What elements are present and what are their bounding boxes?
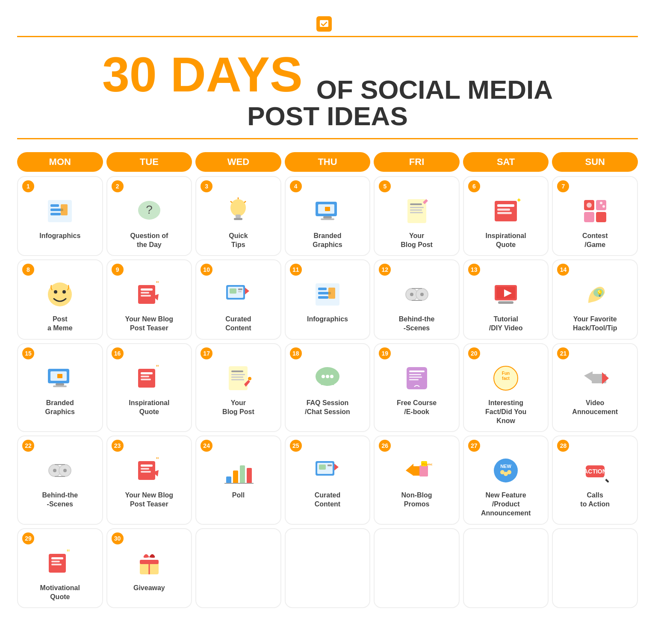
cell-label-3: QuickTips [229,232,248,250]
cell-icon-8 [44,277,75,312]
svg-rect-27 [497,212,512,214]
cell-icon-22 [44,453,75,488]
svg-rect-17 [321,218,334,220]
svg-rect-47 [238,288,242,290]
svg-rect-2 [50,204,59,207]
svg-marker-49 [245,288,249,294]
svg-rect-23 [410,212,423,213]
svg-rect-20 [410,203,422,205]
cell-icon-11 [312,277,343,312]
svg-rect-26 [497,209,510,211]
cell-icon-12 [401,277,432,312]
svg-text:?: ? [146,203,153,216]
svg-rect-35 [596,212,606,222]
svg-rect-5 [61,204,68,215]
cell-number-6: 6 [468,180,480,192]
svg-rect-134 [51,557,63,559]
cell-13: 13Tutorial/DIY Video [463,259,549,340]
cell-label-2: Question ofthe Day [130,232,168,250]
cell-10: 10CuratedContent [195,259,281,340]
svg-point-38 [62,290,66,294]
cell-icon-30 [134,546,165,580]
cell-29: 29"MotivationalQuote [17,528,103,609]
cell-label-30: Giveaway [133,584,165,593]
cell-label-29: MotivationalQuote [40,584,80,602]
cell-label-19: Free Course/E-book [397,399,437,417]
cell-number-8: 8 [22,264,34,276]
cell-icon-24 [223,453,254,488]
svg-point-30 [587,203,592,208]
cell-number-22: 22 [22,440,34,452]
cell-number-12: 12 [379,264,391,276]
svg-rect-51 [318,288,327,290]
cell-icon-21 [580,361,611,395]
cell-number-21: 21 [557,347,569,359]
cell-empty [374,528,460,609]
svg-point-85 [326,375,329,378]
cell-label-9: Your New BlogPost Teaser [125,315,174,333]
svg-rect-71 [57,374,62,378]
svg-rect-70 [53,385,67,387]
svg-rect-16 [323,216,332,218]
cell-label-24: Poll [232,491,245,500]
logo-icon [316,16,332,32]
cell-label-22: Behind-the-Scenes [42,491,78,509]
cell-number-16: 16 [112,347,124,359]
svg-rect-113 [247,468,252,483]
cell-icon-14: 💡 [580,277,611,312]
cell-label-21: VideoAnnoucement [572,399,618,417]
grid-row-3: 15BrandedGraphics16"InspirationalQuote17… [17,343,638,432]
cell-12: 12Behind-the-Scenes [374,259,460,340]
svg-rect-46 [230,288,236,294]
svg-rect-42 [141,295,151,297]
cell-empty [195,528,281,609]
cell-number-30: 30 [112,532,124,544]
title-section: 30 DAYS OF SOCIAL MEDIAPOST IDEAS [17,37,638,139]
cell-number-23: 23 [112,440,124,452]
cell-number-2: 2 [112,180,124,192]
day-tue: TUE [106,152,192,172]
cell-number-11: 11 [290,264,302,276]
cell-number-9: 9 [112,264,124,276]
cell-number-18: 18 [290,347,302,359]
cell-17: 17YourBlog Post [195,343,281,432]
svg-rect-48 [238,291,242,292]
svg-line-12 [230,201,232,203]
cell-19: 19Free Course/E-book [374,343,460,432]
cell-number-26: 26 [379,440,391,452]
svg-rect-78 [231,371,243,372]
svg-rect-54 [328,288,335,299]
svg-rect-18 [325,207,330,211]
svg-rect-133 [49,554,66,573]
grid-row-4: 22Behind-the-Scenes23"Your New BlogPost … [17,435,638,524]
grid-rows: 1Infographics2?Question ofthe Day3QuickT… [17,176,638,609]
svg-rect-40 [141,288,153,291]
cell-label-10: CuratedContent [225,315,251,333]
cell-label-26: Non-BlogPromos [401,491,432,509]
cell-empty [285,528,371,609]
cell-3: 3QuickTips [195,176,281,256]
svg-marker-120 [406,464,413,476]
cell-label-20: InterestingFact/Did YouKnow [485,399,526,425]
svg-rect-105 [138,461,155,480]
svg-text:": " [156,456,159,465]
day-mon: MON [17,152,103,172]
cell-icon-15 [44,361,75,395]
svg-marker-119 [334,464,339,471]
svg-point-32 [600,202,602,204]
day-sat: SAT [463,152,549,172]
grid-row-1: 1Infographics2?Question ofthe Day3QuickT… [17,176,638,256]
svg-rect-74 [141,376,149,377]
svg-rect-90 [409,376,422,378]
cell-number-4: 4 [290,180,302,192]
page-wrapper: 30 DAYS OF SOCIAL MEDIAPOST IDEAS MON TU… [0,0,655,625]
cell-icon-28: ACTION [580,453,611,488]
cell-icon-25 [312,453,343,488]
cell-6: 6✦InspirationalQuote [463,176,549,256]
cell-number-1: 1 [22,180,34,192]
cell-icon-5 [401,194,432,228]
svg-rect-9 [236,215,241,218]
svg-point-129 [507,470,511,474]
cell-label-7: Contest/Game [582,232,608,250]
cell-number-20: 20 [468,347,480,359]
